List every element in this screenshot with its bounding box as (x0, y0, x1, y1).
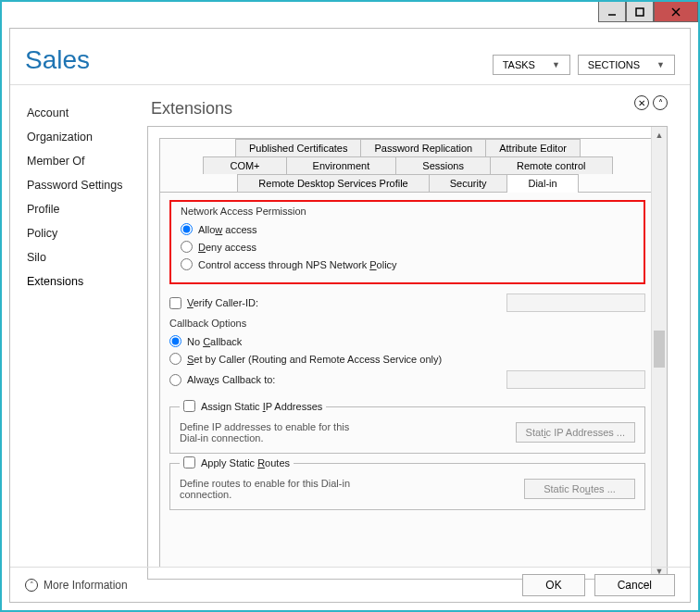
svg-rect-1 (636, 8, 644, 16)
label-no-callback: No Callback (187, 336, 242, 347)
sidebar-item-password-settings[interactable]: Password Settings (27, 173, 142, 197)
static-routes-desc: Define routes to enable for this Dial-in… (180, 478, 365, 500)
check-assign-static-ip[interactable] (183, 400, 195, 412)
button-static-ip-addresses[interactable]: Static IP Addresses ... (516, 422, 635, 443)
sidebar-item-extensions[interactable]: Extensions (27, 269, 142, 294)
sections-label: SECTIONS (588, 59, 640, 70)
more-info-label: More Information (44, 579, 128, 592)
input-caller-id[interactable] (506, 294, 645, 312)
sidebar-item-member-of[interactable]: Member Of (27, 149, 142, 173)
tab-strip: Published Certificates Password Replicat… (160, 139, 655, 193)
maximize-button[interactable] (626, 2, 654, 22)
tasks-label: TASKS (503, 59, 535, 70)
tab-sessions[interactable]: Sessions (395, 156, 491, 174)
scroll-up-icon[interactable]: ▲ (652, 127, 667, 143)
label-always-callback: Always Callback to: (187, 374, 275, 385)
chevron-down-icon: ▼ (656, 60, 665, 69)
scroll-thumb[interactable] (654, 331, 665, 368)
label-deny-access: Deny access (198, 242, 256, 253)
check-apply-static-routes[interactable] (183, 456, 195, 468)
more-information-link[interactable]: ˄ More Information (25, 579, 128, 592)
label-assign-static-ip: Assign Static IP Addresses (201, 401, 322, 412)
tab-com-plus[interactable]: COM+ (203, 156, 286, 174)
clear-icon[interactable]: ✕ (634, 95, 649, 110)
input-callback-number[interactable] (506, 370, 645, 389)
tab-dial-in[interactable]: Dial-in (506, 174, 578, 192)
radio-deny-access[interactable] (181, 241, 193, 253)
label-allow-access: Allow access (198, 224, 257, 235)
tab-published-certificates[interactable]: Published Certificates (235, 139, 361, 156)
page-title: Sales (25, 45, 90, 75)
radio-set-by-caller[interactable] (169, 353, 181, 365)
group-title: Callback Options (169, 318, 645, 329)
tab-password-replication[interactable]: Password Replication (360, 139, 486, 156)
radio-allow-access[interactable] (181, 223, 193, 235)
dialog-body: Account Organization Member Of Password … (10, 90, 690, 565)
titlebar-controls (598, 2, 698, 22)
static-ip-group: Assign Static IP Addresses Define IP add… (169, 406, 645, 454)
section-title: Extensions (151, 99, 668, 119)
window-frame: Sales TASKS▼ SECTIONS▼ Account Organizat… (0, 0, 700, 612)
dialog-header: Sales TASKS▼ SECTIONS▼ (10, 29, 690, 85)
button-static-routes[interactable]: Static Routes ... (524, 479, 635, 499)
main-pane: Extensions ✕ ˄ Published Certificates Pa… (142, 90, 690, 565)
sidebar-item-policy[interactable]: Policy (27, 221, 142, 245)
tab-rds-profile[interactable]: Remote Desktop Services Profile (237, 174, 429, 192)
sidebar-item-profile[interactable]: Profile (27, 197, 142, 221)
tasks-dropdown[interactable]: TASKS▼ (493, 55, 570, 75)
sidebar-item-organization[interactable]: Organization (27, 125, 142, 149)
radio-nps-policy[interactable] (181, 258, 193, 270)
tab-remote-control[interactable]: Remote control (490, 156, 613, 174)
cancel-button[interactable]: Cancel (594, 574, 675, 596)
label-apply-static-routes: Apply Static Routes (201, 457, 290, 468)
static-routes-group: Apply Static Routes Define routes to ena… (169, 463, 645, 510)
sections-dropdown[interactable]: SECTIONS▼ (578, 55, 675, 75)
chevron-up-icon: ˄ (25, 579, 38, 592)
ok-button[interactable]: OK (522, 574, 584, 596)
radio-always-callback[interactable] (169, 374, 181, 386)
network-access-group: Network Access Permission Allow access D… (169, 200, 645, 284)
tab-security[interactable]: Security (429, 174, 508, 192)
sidebar-item-account[interactable]: Account (27, 101, 142, 125)
callback-group: Callback Options No Callback Set by Call… (169, 318, 645, 397)
dialog-window: Sales TASKS▼ SECTIONS▼ Account Organizat… (9, 28, 691, 603)
properties-inner: Published Certificates Password Replicat… (159, 138, 656, 568)
tab-attribute-editor[interactable]: Attribute Editor (485, 139, 581, 156)
static-ip-desc: Define IP addresses to enable for this D… (180, 421, 365, 443)
radio-no-callback[interactable] (169, 335, 181, 347)
properties-panel: Published Certificates Password Replicat… (147, 126, 668, 580)
tab-content: Network Access Permission Allow access D… (160, 193, 655, 527)
chevron-down-icon: ▼ (552, 60, 560, 69)
collapse-icon[interactable]: ˄ (653, 95, 668, 110)
sidebar: Account Organization Member Of Password … (10, 90, 142, 565)
label-set-by-caller: Set by Caller (Routing and Remote Access… (187, 354, 442, 365)
close-button[interactable] (654, 2, 698, 22)
check-verify-caller-id[interactable] (169, 297, 181, 309)
scrollbar[interactable]: ▲ ▼ (651, 127, 667, 579)
group-title: Network Access Permission (181, 206, 634, 217)
label-nps-policy: Control access through NPS Network Polic… (198, 259, 397, 270)
dialog-footer: ˄ More Information OK Cancel (10, 567, 690, 602)
minimize-button[interactable] (598, 2, 626, 22)
label-verify-caller-id: Verify Caller-ID: (187, 297, 258, 308)
sidebar-item-silo[interactable]: Silo (27, 245, 142, 269)
tab-environment[interactable]: Environment (286, 156, 397, 174)
